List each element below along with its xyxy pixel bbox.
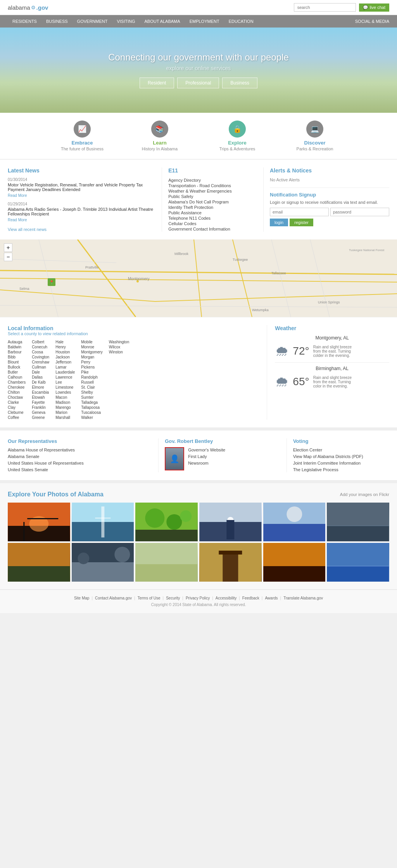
county-choctaw[interactable]: Choctaw	[8, 395, 26, 400]
county-stclair[interactable]: St. Clair	[81, 385, 103, 389]
county-tallapoosa[interactable]: Tallapoosa	[81, 405, 103, 410]
reps-senate-link[interactable]: Alabama Senate	[8, 454, 39, 459]
county-russell[interactable]: Russell	[81, 380, 103, 384]
county-randolph[interactable]: Randolph	[81, 375, 103, 379]
learn-link[interactable]: Learn	[153, 140, 166, 146]
e11-link-safety[interactable]: Public Safety	[168, 194, 193, 199]
county-winston[interactable]: Winston	[109, 350, 129, 354]
nav-residents[interactable]: RESIDENTS	[8, 15, 41, 28]
voting-committee-link[interactable]: Joint Interim Committee Information	[293, 461, 361, 465]
county-pickens[interactable]: Pickens	[81, 365, 103, 369]
county-marion[interactable]: Marion	[55, 410, 75, 415]
resident-button[interactable]: Resident	[140, 78, 174, 88]
county-perry[interactable]: Perry	[81, 360, 103, 364]
login-button[interactable]: login	[270, 219, 288, 226]
county-henry[interactable]: Henry	[55, 345, 75, 349]
map-zoom-in[interactable]: +	[4, 243, 12, 252]
e11-link-transport[interactable]: Transportation - Road Conditions	[168, 183, 231, 188]
county-coffee[interactable]: Coffee	[8, 415, 26, 420]
gov-website-link[interactable]: Governor's Website	[188, 448, 225, 452]
county-clay[interactable]: Clay	[8, 405, 26, 410]
county-washington[interactable]: Washington	[109, 340, 129, 344]
photo-8[interactable]	[72, 543, 134, 582]
photo-4[interactable]	[199, 503, 262, 541]
nav-education[interactable]: EDUCATION	[224, 15, 258, 28]
nav-about[interactable]: ABOUT ALABAMA	[140, 15, 185, 28]
county-chambers[interactable]: Chambers	[8, 380, 26, 384]
footer-feedback[interactable]: Feedback	[242, 596, 259, 600]
county-greene[interactable]: Greene	[32, 415, 49, 420]
county-shelby[interactable]: Shelby	[81, 390, 103, 394]
county-conecuh[interactable]: Conecuh	[32, 345, 49, 349]
county-dekalb[interactable]: De Kalb	[32, 380, 49, 384]
county-talladega[interactable]: Talladega	[81, 400, 103, 405]
county-calhoun[interactable]: Calhoun	[8, 375, 26, 379]
county-elmore[interactable]: Elmore	[32, 385, 49, 389]
photo-6[interactable]	[327, 503, 389, 541]
county-wilcox[interactable]: Wilcox	[109, 345, 129, 349]
footer-contact[interactable]: Contact Alabama.gov	[95, 596, 132, 600]
county-etowah[interactable]: Etowah	[32, 395, 49, 400]
read-more-1[interactable]: Read More	[8, 193, 27, 198]
footer-privacy[interactable]: Privacy Policy	[186, 596, 210, 600]
county-lamar[interactable]: Lamar	[55, 365, 75, 369]
photos-add-link[interactable]: Add your images on Flickr	[340, 492, 389, 497]
county-geneva[interactable]: Geneva	[32, 410, 49, 415]
county-coosa[interactable]: Coosa	[32, 350, 49, 354]
nav-business[interactable]: BUSINESS	[41, 15, 72, 28]
county-butler[interactable]: Butler	[8, 370, 26, 374]
photo-9[interactable]	[135, 543, 198, 582]
county-macon[interactable]: Macon	[55, 395, 75, 400]
photo-7[interactable]	[8, 543, 70, 582]
county-dallas[interactable]: Dallas	[32, 375, 49, 379]
explore-link[interactable]: Explore	[228, 140, 247, 146]
county-marengo[interactable]: Marengo	[55, 405, 75, 410]
footer-terms[interactable]: Terms of Use	[138, 596, 161, 600]
business-button[interactable]: Business	[222, 78, 257, 88]
voting-election-link[interactable]: Election Center	[293, 448, 322, 452]
notif-password-input[interactable]	[330, 208, 389, 216]
search-input[interactable]	[294, 3, 356, 12]
county-lee[interactable]: Lee	[55, 380, 75, 384]
county-jefferson[interactable]: Jefferson	[55, 360, 75, 364]
county-monroe[interactable]: Monroe	[81, 345, 103, 349]
county-barbour[interactable]: Barbour	[8, 350, 26, 354]
county-pike[interactable]: Pike	[81, 370, 103, 374]
county-bibb[interactable]: Bibb	[8, 355, 26, 359]
county-crenshaw[interactable]: Crenshaw	[32, 360, 49, 364]
county-baldwin[interactable]: Baldwin	[8, 345, 26, 349]
voting-process-link[interactable]: The Legislative Process	[293, 467, 338, 472]
voting-map-link[interactable]: View Map of Alabama Districts (PDF)	[293, 454, 363, 459]
county-fayette[interactable]: Fayette	[32, 400, 49, 405]
footer-awards[interactable]: Awards	[265, 596, 278, 600]
county-covington[interactable]: Covington	[32, 355, 49, 359]
county-mobile[interactable]: Mobile	[81, 340, 103, 344]
county-chilton[interactable]: Chilton	[8, 390, 26, 394]
county-cherokee[interactable]: Cherokee	[8, 385, 26, 389]
county-sumter[interactable]: Sumter	[81, 395, 103, 400]
reps-us-house-link[interactable]: United States House of Representatives	[8, 461, 84, 465]
photo-2[interactable]	[72, 503, 134, 541]
notif-email-input[interactable]	[270, 208, 329, 216]
gov-firstlady-link[interactable]: First Lady	[188, 454, 207, 459]
photo-11[interactable]	[263, 543, 326, 582]
view-all-news[interactable]: View all recent news	[8, 227, 155, 232]
nav-visiting[interactable]: VISITING	[112, 15, 140, 28]
county-blount[interactable]: Blount	[8, 360, 26, 364]
county-lauderdale[interactable]: Lauderdale	[55, 370, 75, 374]
nav-employment[interactable]: EMPLOYMENT	[185, 15, 224, 28]
gov-newsroom-link[interactable]: Newsroom	[188, 461, 209, 465]
e11-link-nocall[interactable]: Alabama's Do Not Call Program	[168, 200, 229, 204]
footer-translate[interactable]: Translate Alabama.gov	[283, 596, 323, 600]
reps-us-senate-link[interactable]: United States Senate	[8, 467, 48, 472]
nav-social-media[interactable]: SOCIAL & MEDIA	[355, 15, 389, 28]
e11-link-weather[interactable]: Weather & Weather Emergencies	[168, 189, 231, 193]
nav-government[interactable]: GOVERNMENT	[72, 15, 112, 28]
map-zoom-out[interactable]: −	[4, 253, 12, 261]
county-bullock[interactable]: Bullock	[8, 365, 26, 369]
photo-5[interactable]	[263, 503, 326, 541]
footer-security[interactable]: Security	[166, 596, 180, 600]
news-link-1[interactable]: Motor Vehicle Registration, Renewal, Tra…	[8, 183, 155, 192]
county-montgomery[interactable]: Montgomery	[81, 350, 103, 354]
county-jackson[interactable]: Jackson	[55, 355, 75, 359]
